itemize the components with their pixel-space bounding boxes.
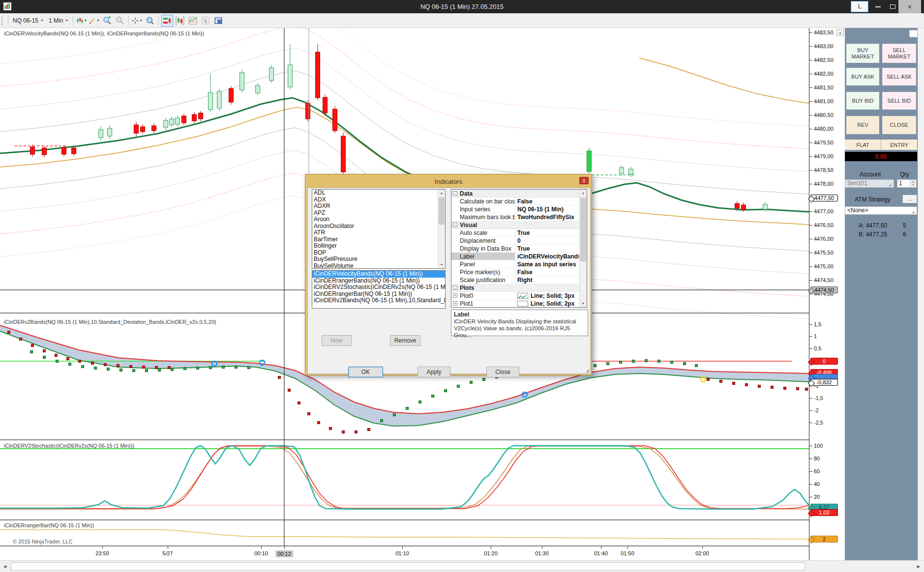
maximize-button[interactable] — [886, 0, 899, 13]
configured-indicator-item[interactable]: iCinDERrangerBar(NQ 06-15 (1 Min)) — [312, 291, 445, 298]
available-indicators-list[interactable]: ▲▼ ADLADXADXRAPZAroonAroonOscillatorATRB… — [312, 189, 446, 269]
chart-trader-icon[interactable] — [174, 15, 186, 27]
layout-icon[interactable] — [212, 15, 224, 27]
dollar-icon[interactable]: $ — [200, 15, 211, 27]
available-indicator-item[interactable]: AroonOscillator — [312, 223, 438, 230]
mini-chart-icon[interactable] — [187, 15, 199, 27]
buy-bid-button[interactable]: BUY BID — [846, 92, 879, 110]
dialog-close-button[interactable]: Close — [486, 367, 519, 377]
sell-bid-button[interactable]: SELL BID — [882, 92, 916, 110]
available-indicator-item[interactable]: BarTimer — [312, 236, 438, 243]
panel-collapse-button[interactable] — [909, 30, 918, 37]
signal-dot — [158, 369, 161, 372]
price-tick: 4480,50 — [809, 112, 834, 118]
available-indicator-item[interactable]: BuySellPressure — [312, 256, 438, 263]
scroll-left-icon[interactable]: ◄ — [0, 561, 10, 572]
close-button[interactable]: × — [898, 0, 921, 13]
available-indicator-item[interactable]: ATR — [312, 229, 438, 236]
scrollbar-thumb[interactable] — [11, 562, 805, 571]
crosshair-icon[interactable]: ▼ — [131, 15, 143, 27]
buy-ask-button[interactable]: BUY ASK — [846, 68, 879, 86]
dialog-close-icon[interactable]: x — [579, 177, 589, 184]
configured-indicator-item[interactable]: iCinDERVelocityBands(NQ 06-15 (1 Min)) — [312, 271, 445, 278]
property-row[interactable]: Calculate on bar closeFalse — [451, 198, 587, 205]
qty-down-icon[interactable]: ▼ — [910, 183, 916, 187]
dialog-title[interactable]: Indicators — [307, 176, 590, 187]
close-position-button[interactable]: CLOSE — [882, 116, 916, 134]
signal-dot — [130, 366, 132, 368]
flat-button[interactable]: FLAT — [845, 140, 881, 150]
atm-options-button[interactable]: ... — [903, 195, 917, 203]
indicators-dialog[interactable]: Indicators x ▲▼ ADLADXADXRAPZAroonAroonO… — [305, 174, 592, 375]
panel-scrollbar[interactable] — [918, 28, 924, 560]
scroll-right-icon[interactable]: ► — [914, 561, 924, 572]
property-row[interactable]: Input seriesNQ 06-15 (1 Min) — [451, 205, 587, 213]
property-group-row[interactable]: -Visual — [451, 221, 587, 229]
zoom-out-icon[interactable] — [114, 15, 126, 27]
toolbar-grip[interactable] — [1, 16, 4, 25]
horizontal-scrollbar[interactable]: ◄ ► — [0, 560, 924, 572]
atm-strategy-select[interactable]: <None>▼ — [845, 206, 917, 215]
resize-grip[interactable]: ◢ — [585, 368, 589, 373]
available-indicator-item[interactable]: APZ — [312, 210, 438, 217]
price-axis[interactable]: ▲ 4483,504483,004482,504482,004481,50448… — [809, 28, 845, 560]
available-indicator-item[interactable]: Aroon — [312, 216, 438, 223]
new-button[interactable]: New — [322, 335, 352, 346]
reverse-button[interactable]: REV — [846, 116, 879, 134]
series-stoch-teal — [0, 446, 809, 509]
configured-indicator-item[interactable]: iCinDERrangerBands(NQ 06-15 (1 Min)) — [312, 278, 445, 285]
available-indicator-item[interactable]: Bollinger — [312, 243, 438, 250]
indicator-properties-grid[interactable]: -DataCalculate on bar closeFalseInput se… — [451, 189, 587, 308]
candle — [256, 86, 260, 93]
zoom-in-icon[interactable] — [101, 15, 113, 27]
available-indicator-item[interactable]: BuySellVolume — [312, 263, 438, 269]
interval-selector[interactable]: 1 Min▼ — [46, 15, 71, 27]
entry-button[interactable]: ENTRY — [881, 140, 917, 150]
available-indicator-item[interactable]: ADXR — [312, 203, 438, 210]
property-row[interactable]: Auto scaleTrue — [451, 229, 587, 237]
signal-dot — [733, 382, 735, 385]
link-button[interactable]: L — [851, 1, 868, 12]
configured-indicators-list[interactable]: iCinDERVelocityBands(NQ 06-15 (1 Min))iC… — [312, 270, 446, 309]
sell-ask-button[interactable]: SELL ASK — [882, 68, 916, 86]
property-group-row[interactable]: -Plots — [451, 284, 587, 292]
buy-market-button[interactable]: BUY MARKET — [846, 44, 879, 63]
candle — [735, 203, 740, 208]
ok-button[interactable]: OK — [348, 367, 383, 377]
instrument-selector[interactable]: NQ 06-15▼ — [10, 15, 46, 27]
configured-indicator-item[interactable]: iCinDERV2Stochastic(iCinDERv2s(NQ 06-15 … — [312, 284, 445, 291]
sell-market-button[interactable]: SELL MARKET — [882, 44, 916, 63]
property-row[interactable]: PanelSame as input series — [451, 260, 587, 268]
list-scrollbar[interactable]: ▲▼ — [438, 190, 445, 268]
indicators-icon[interactable] — [161, 15, 173, 27]
property-row[interactable]: Maximum bars look backTwoHundredFiftySix — [451, 213, 587, 221]
price-tick: 4482,00 — [809, 71, 834, 77]
signal-dot — [117, 365, 119, 367]
available-indicator-item[interactable]: BOP — [312, 250, 438, 257]
signal-dot — [707, 378, 710, 381]
property-row[interactable]: +Plot0Line; Solid; 3px — [451, 292, 587, 300]
configured-indicator-item[interactable]: iCinDERv2Bands(NQ 06-15 (1 Min),10,Stand… — [312, 297, 445, 304]
time-axis[interactable]: 23:505/2700:1000:1201:1001:2001:3001:400… — [0, 546, 809, 560]
property-row[interactable]: Price marker(s)False — [451, 268, 587, 276]
data-box-icon[interactable] — [144, 15, 156, 27]
chart-style-icon[interactable]: ▼ — [76, 15, 88, 27]
property-row[interactable]: +Plot1Line; Solid; 2px — [451, 300, 587, 308]
apply-button[interactable]: Apply — [417, 367, 450, 377]
property-row[interactable]: LabeliCinDERVelocityBands — [451, 253, 587, 260]
minimize-button[interactable] — [871, 0, 884, 13]
property-row[interactable]: Scale justificationRight — [451, 276, 587, 284]
axis-scroll-up-icon[interactable]: ▲ — [836, 29, 844, 36]
remove-button[interactable]: Remove — [390, 335, 420, 346]
qty-up-icon[interactable]: ▲ — [910, 180, 916, 183]
drawing-tools-icon[interactable]: ▼ — [89, 15, 100, 27]
property-row[interactable]: Displacement0 — [451, 237, 587, 245]
property-row[interactable]: Display in Data BoxTrue — [451, 245, 587, 253]
available-indicator-item[interactable]: ADL — [312, 190, 438, 197]
grid-scrollbar[interactable]: ▲▼ — [579, 190, 587, 307]
property-group-row[interactable]: -Data — [451, 190, 587, 198]
available-indicator-item[interactable]: ADX — [312, 197, 438, 203]
quantity-stepper[interactable]: 1 ▲▼ — [897, 179, 917, 188]
title-bar[interactable]: NQ 06-15 (1 Min) 27.05.2015 L × — [0, 0, 924, 13]
account-select[interactable]: Sim101▼ — [845, 179, 894, 188]
